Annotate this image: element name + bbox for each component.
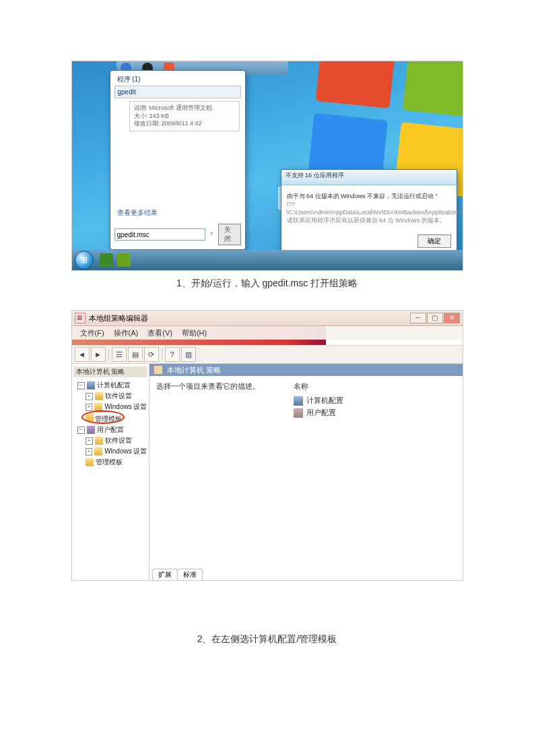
computer-icon bbox=[294, 396, 303, 406]
tree-admin-templates[interactable]: 管理模板 bbox=[86, 457, 147, 468]
back-button[interactable]: ◄ bbox=[75, 347, 90, 362]
user-icon bbox=[294, 408, 303, 418]
search-category-programs: 程序 (1) bbox=[110, 71, 245, 86]
user-icon bbox=[87, 426, 95, 434]
folder-icon bbox=[86, 413, 94, 421]
forward-button[interactable]: ► bbox=[91, 347, 106, 362]
refresh-icon[interactable]: ⟳ bbox=[144, 347, 159, 362]
folder-icon bbox=[94, 403, 102, 411]
see-more-results[interactable]: 查看更多结果 bbox=[110, 205, 245, 221]
computer-icon bbox=[87, 381, 95, 389]
collapse-icon[interactable]: − bbox=[77, 427, 85, 434]
details-tabs: 扩展 标准 bbox=[149, 568, 463, 580]
dialog-title: 不支持 16 位应用程序 bbox=[281, 170, 457, 185]
app-icon: ▦ bbox=[75, 313, 86, 323]
expand-icon[interactable]: + bbox=[86, 404, 93, 411]
toolbar-button[interactable]: ☰ bbox=[112, 347, 127, 362]
details-title: 本地计算机 策略 bbox=[149, 364, 463, 376]
menu-help[interactable]: 帮助(H) bbox=[178, 327, 211, 339]
caption-2: 2、在左侧选计算机配置/管理模板 bbox=[47, 633, 487, 645]
win7-desktop: 程序 (1) gpedit 说明: Microsoft 通用管理文档 大小: 1… bbox=[72, 61, 463, 270]
close-button[interactable]: 关闭 bbox=[218, 224, 241, 245]
nvidia-icon[interactable] bbox=[117, 253, 131, 267]
details-hint: 选择一个项目来查看它的描述。 bbox=[156, 381, 260, 391]
tree-windows-settings[interactable]: + Windows 设置 bbox=[86, 402, 147, 412]
taskbar bbox=[72, 250, 463, 270]
tree-root[interactable]: 本地计算机 策略 bbox=[73, 367, 147, 377]
caption-1: 1、开始/运行，输入 gpedit.msc 打开组策略 bbox=[47, 278, 487, 290]
expand-icon[interactable]: + bbox=[86, 448, 93, 455]
maximize-button[interactable]: ▢ bbox=[427, 313, 443, 323]
incompatible-app-dialog: 不支持 16 位应用程序 由于与 64 位版本的 Windows 不兼容，无法运… bbox=[281, 169, 457, 254]
minimize-button[interactable]: ─ bbox=[410, 313, 426, 323]
list-item-user-config[interactable]: 用户配置 bbox=[294, 408, 343, 418]
taskbar-icon[interactable] bbox=[100, 253, 113, 267]
toolbar: ◄ ► ☰ ▤ ⟳ ? ▥ bbox=[72, 345, 463, 364]
tab-extended[interactable]: 扩展 bbox=[152, 569, 178, 580]
menu-bar: 文件(F) 操作(A) 查看(V) 帮助(H) bbox=[72, 326, 463, 340]
search-result-gpedit[interactable]: gpedit bbox=[114, 86, 241, 98]
tree-windows-settings[interactable]: + Windows 设置 bbox=[86, 446, 147, 457]
dialog-body: 由于与 64 位版本的 Windows 不兼容，无法运行或启动 " \??\C:… bbox=[281, 185, 457, 232]
column-header-name[interactable]: 名称 bbox=[294, 381, 343, 391]
folder-icon bbox=[95, 392, 103, 400]
tree-computer-config[interactable]: − 计算机配置 bbox=[77, 380, 147, 391]
gpedit-titlebar: ▦ 本地组策略编辑器 ─ ▢ ✕ bbox=[72, 311, 463, 326]
search-result-tooltip: 说明: Microsoft 通用管理文档 大小: 143 KB 修改日期: 20… bbox=[129, 101, 240, 131]
dialog-text-main: 由于与 64 位版本的 Windows 不兼容，无法运行或启动 " bbox=[287, 193, 438, 199]
close-button[interactable]: ✕ bbox=[444, 313, 460, 323]
clear-search-icon[interactable]: × bbox=[208, 230, 215, 239]
collapse-icon[interactable]: − bbox=[77, 382, 85, 389]
toolbar-button[interactable]: ▤ bbox=[128, 347, 143, 362]
folder-icon bbox=[94, 447, 102, 455]
tree-admin-templates[interactable]: 管理模板 bbox=[86, 412, 123, 424]
screenshot-gpedit: ▦ 本地组策略编辑器 ─ ▢ ✕ 文件(F) 操作(A) 查看(V) 帮助(H) bbox=[71, 310, 463, 581]
help-icon[interactable]: ? bbox=[165, 347, 180, 362]
menu-view[interactable]: 查看(V) bbox=[143, 327, 176, 339]
expand-icon[interactable]: + bbox=[86, 437, 93, 445]
tooltip-line-date: 修改日期: 2009/6/11 4:42 bbox=[134, 120, 235, 128]
start-menu-search-panel: 程序 (1) gpedit 说明: Microsoft 通用管理文档 大小: 1… bbox=[110, 70, 246, 250]
screenshot-start-run: 程序 (1) gpedit 说明: Microsoft 通用管理文档 大小: 1… bbox=[71, 61, 463, 271]
dialog-ok-button[interactable]: 确定 bbox=[418, 234, 451, 248]
start-button[interactable] bbox=[75, 251, 94, 270]
menu-action[interactable]: 操作(A) bbox=[110, 327, 143, 339]
start-search-input[interactable] bbox=[114, 228, 205, 241]
tree-software-settings[interactable]: + 软件设置 bbox=[86, 435, 147, 446]
gpedit-window: ▦ 本地组策略编辑器 ─ ▢ ✕ 文件(F) 操作(A) 查看(V) 帮助(H) bbox=[72, 311, 463, 580]
tab-standard[interactable]: 标准 bbox=[177, 569, 203, 580]
tree-user-config[interactable]: − 用户配置 bbox=[77, 424, 147, 435]
details-pane: 本地计算机 策略 选择一个项目来查看它的描述。 名称 计算机配置 bbox=[149, 364, 463, 580]
tree-software-settings[interactable]: + 软件设置 bbox=[86, 391, 147, 402]
folder-icon bbox=[86, 458, 94, 466]
dialog-text-path: \??\C:\Users\Admin\AppData\Local\NVIDIA\… bbox=[287, 201, 463, 224]
expand-icon[interactable]: + bbox=[86, 393, 93, 400]
tooltip-line-size: 大小: 143 KB bbox=[134, 113, 235, 121]
tooltip-line-desc: 说明: Microsoft 通用管理文档 bbox=[134, 104, 235, 113]
list-item-computer-config[interactable]: 计算机配置 bbox=[294, 396, 343, 406]
folder-icon bbox=[95, 437, 103, 445]
menu-file[interactable]: 文件(F) bbox=[76, 327, 108, 339]
background-banner: 文件(F) 操作(A) 查看(V) 帮助(H) bbox=[72, 326, 463, 345]
window-title: 本地组策略编辑器 bbox=[89, 313, 148, 323]
doc-icon bbox=[154, 365, 163, 375]
toolbar-button[interactable]: ▥ bbox=[181, 347, 196, 362]
policy-tree: 本地计算机 策略 − 计算机配置 + 软件设置 + Windows bbox=[72, 364, 149, 580]
